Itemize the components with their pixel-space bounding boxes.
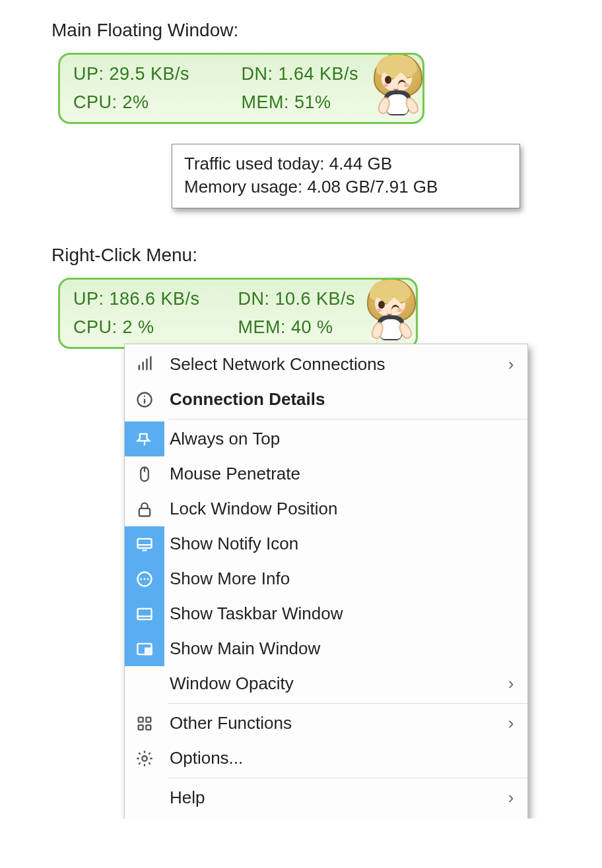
svg-point-6 bbox=[144, 395, 145, 396]
svg-rect-26 bbox=[146, 725, 150, 729]
menu-separator bbox=[168, 419, 527, 419]
blank-icon bbox=[125, 666, 164, 701]
signal-bars-icon bbox=[125, 347, 164, 382]
menu-always-on-top[interactable]: Always on Top bbox=[125, 421, 527, 456]
menu-show-notify-icon[interactable]: Show Notify Icon bbox=[125, 526, 527, 561]
menu-show-taskbar-window[interactable]: Show Taskbar Window bbox=[125, 596, 527, 631]
exit-icon bbox=[125, 815, 164, 819]
more-circle-icon bbox=[125, 561, 164, 596]
svg-rect-25 bbox=[139, 725, 143, 729]
submenu-arrow-icon: › bbox=[494, 354, 527, 375]
submenu-arrow-icon: › bbox=[494, 713, 527, 733]
svg-rect-21 bbox=[145, 648, 151, 654]
menu-connection-details[interactable]: Connection Details bbox=[125, 382, 527, 417]
memory-usage: MEM: 51% bbox=[242, 92, 410, 113]
menu-label: Options... bbox=[164, 748, 527, 768]
menu-label: Always on Top bbox=[164, 429, 527, 449]
menu-exit[interactable]: Exit bbox=[125, 815, 527, 819]
menu-options[interactable]: Options... bbox=[125, 741, 527, 776]
menu-label: Window Opacity bbox=[164, 673, 494, 694]
mouse-icon bbox=[125, 456, 164, 491]
menu-show-main-window[interactable]: Show Main Window bbox=[125, 631, 527, 666]
submenu-arrow-icon: › bbox=[494, 673, 527, 694]
menu-lock-window-position[interactable]: Lock Window Position bbox=[125, 491, 527, 526]
menu-mouse-penetrate[interactable]: Mouse Penetrate bbox=[125, 456, 527, 491]
cpu-usage: CPU: 2% bbox=[73, 92, 242, 113]
floating-widget-2[interactable]: UP: 186.6 KB/s DN: 10.6 KB/s CPU: 2 % ME… bbox=[58, 278, 418, 349]
menu-label: Show More Info bbox=[164, 569, 527, 589]
svg-rect-23 bbox=[139, 717, 143, 722]
menu-select-network-connections[interactable]: Select Network Connections › bbox=[125, 347, 527, 382]
upload-speed: UP: 186.6 KB/s bbox=[73, 289, 238, 309]
menu-label: Help bbox=[164, 788, 494, 808]
cpu-usage: CPU: 2 % bbox=[73, 317, 238, 338]
menu-label: Select Network Connections bbox=[164, 354, 494, 375]
svg-rect-11 bbox=[138, 539, 152, 548]
menu-separator bbox=[168, 703, 527, 704]
section-title-main-floating: Main Floating Window: bbox=[51, 20, 602, 41]
lock-icon bbox=[125, 491, 164, 526]
menu-label: Show Main Window bbox=[164, 638, 527, 659]
blank-icon bbox=[125, 780, 164, 815]
stats-tooltip: Traffic used today: 4.44 GB Memory usage… bbox=[172, 144, 520, 208]
menu-label: Mouse Penetrate bbox=[164, 464, 527, 484]
menu-label: Connection Details bbox=[164, 389, 527, 410]
window-icon bbox=[125, 631, 164, 666]
submenu-arrow-icon: › bbox=[494, 788, 527, 808]
menu-label: Lock Window Position bbox=[164, 499, 527, 519]
upload-speed: UP: 29.5 KB/s bbox=[73, 64, 242, 84]
svg-rect-18 bbox=[138, 609, 152, 619]
download-speed: DN: 1.64 KB/s bbox=[242, 64, 410, 84]
tray-icon bbox=[125, 526, 164, 561]
menu-label: Show Taskbar Window bbox=[164, 604, 527, 624]
taskbar-icon bbox=[125, 596, 164, 631]
memory-usage: MEM: 40 % bbox=[238, 317, 403, 338]
menu-separator bbox=[168, 778, 527, 778]
svg-rect-10 bbox=[139, 509, 150, 516]
info-circle-icon bbox=[125, 382, 164, 417]
floating-widget[interactable]: UP: 29.5 KB/s DN: 1.64 KB/s CPU: 2% MEM:… bbox=[58, 53, 424, 124]
pin-icon bbox=[125, 421, 164, 456]
menu-other-functions[interactable]: Other Functions › bbox=[125, 706, 527, 741]
grid-icon bbox=[125, 706, 164, 741]
menu-show-more-info[interactable]: Show More Info bbox=[125, 561, 527, 596]
svg-rect-24 bbox=[146, 717, 150, 722]
menu-window-opacity[interactable]: Window Opacity › bbox=[125, 666, 527, 701]
svg-point-16 bbox=[144, 578, 146, 580]
section-title-right-click: Right-Click Menu: bbox=[51, 245, 602, 266]
menu-label: Show Notify Icon bbox=[164, 534, 527, 554]
context-menu: Select Network Connections › Connection … bbox=[124, 344, 528, 819]
svg-point-27 bbox=[142, 756, 147, 760]
menu-label: Other Functions bbox=[164, 713, 494, 733]
tooltip-memory: Memory usage: 4.08 GB/7.91 GB bbox=[184, 175, 508, 199]
download-speed: DN: 10.6 KB/s bbox=[238, 289, 403, 309]
tooltip-traffic: Traffic used today: 4.44 GB bbox=[184, 152, 508, 175]
svg-point-15 bbox=[140, 578, 142, 580]
svg-point-17 bbox=[147, 578, 149, 580]
gear-icon bbox=[125, 741, 164, 776]
menu-help[interactable]: Help › bbox=[125, 780, 527, 815]
